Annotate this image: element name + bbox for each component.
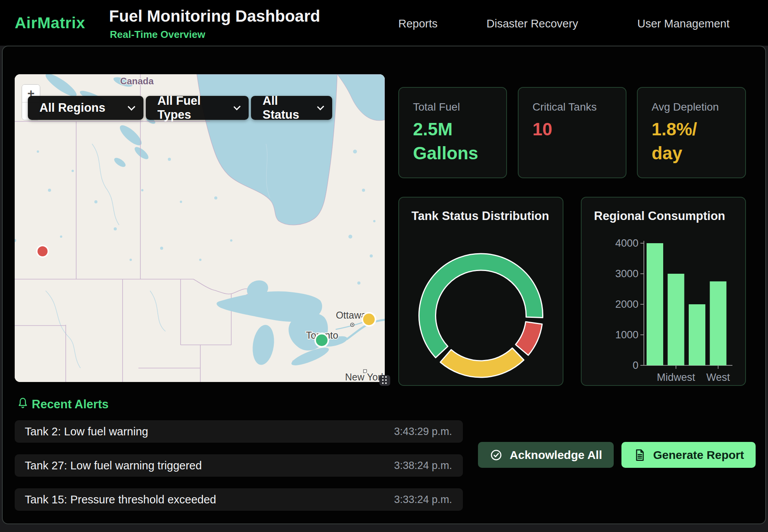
check-circle-icon — [490, 448, 503, 462]
map-label-new-york: New York — [345, 372, 385, 382]
fuel-monitoring-dashboard: AirMatrix Fuel Monitoring Dashboard Real… — [0, 0, 768, 532]
alerts-section-title: Recent Alerts — [32, 397, 109, 411]
alert-row: Tank 2: Low fuel warning 3:43:29 p.m. — [15, 420, 463, 443]
brand-logo[interactable]: AirMatrix — [15, 14, 85, 32]
svg-text:2000: 2000 — [615, 298, 638, 310]
map-resize-handle[interactable] — [379, 375, 390, 386]
nav-user-management[interactable]: User Management — [637, 17, 730, 30]
stat-value: 10 — [532, 117, 552, 141]
bar-0 — [647, 243, 663, 365]
header: AirMatrix Fuel Monitoring Dashboard Real… — [0, 0, 768, 46]
alert-timestamp: 3:38:24 p.m. — [394, 460, 452, 472]
page-title: Fuel Monitoring Dashboard — [109, 7, 320, 26]
svg-text:4000: 4000 — [615, 237, 638, 249]
generate-report-label: Generate Report — [653, 448, 744, 462]
donut-segment-warning — [440, 348, 524, 377]
bar-1 — [668, 274, 684, 365]
map-label-country: Canada — [120, 76, 154, 86]
alert-row: Tank 15: Pressure threshold exceeded 3:3… — [15, 488, 463, 511]
regional-consumption-chart-card: Regional Consumption 01000200030004000Mi… — [581, 197, 746, 386]
regional-consumption-bar-chart: 01000200030004000MidwestWest — [582, 198, 745, 385]
svg-text:1000: 1000 — [615, 329, 638, 341]
status-filter-dropdown[interactable]: All Status — [251, 96, 332, 120]
map-marker-normal[interactable] — [314, 333, 329, 348]
map-marker-critical[interactable] — [36, 245, 49, 258]
stat-card-total-fuel: Total Fuel 2.5MGallons — [398, 87, 507, 178]
region-filter-dropdown[interactable]: All Regions — [28, 96, 143, 120]
chevron-down-icon — [234, 103, 241, 111]
alert-text: Tank 15: Pressure threshold exceeded — [25, 493, 216, 506]
page-subtitle: Real-Time Overview — [110, 29, 205, 41]
bar-2 — [689, 304, 705, 365]
fuel-type-filter-dropdown[interactable]: All Fuel Types — [146, 96, 249, 120]
acknowledge-all-label: Acknowledge All — [510, 448, 602, 462]
fuel-map[interactable]: Canada Ottawa Toronto New York + All Reg… — [15, 74, 385, 382]
stat-label: Critical Tanks — [532, 101, 597, 113]
stat-label: Avg Depletion — [652, 101, 719, 113]
tank-status-chart-card: Tank Status Distribution — [398, 197, 563, 386]
svg-text:3000: 3000 — [615, 268, 638, 280]
chevron-down-icon — [128, 103, 135, 111]
chart-title: Tank Status Distribution — [411, 209, 549, 223]
document-icon — [633, 448, 646, 462]
alert-timestamp: 3:33:24 p.m. — [394, 494, 452, 506]
stat-card-avg-depletion: Avg Depletion 1.8%/day — [637, 87, 746, 178]
svg-text:0: 0 — [633, 360, 638, 371]
stat-label: Total Fuel — [413, 101, 460, 113]
acknowledge-all-button[interactable]: Acknowledge All — [478, 442, 614, 468]
stat-value: 1.8%/day — [652, 117, 697, 165]
stat-value: 2.5MGallons — [413, 117, 478, 165]
chevron-down-icon — [317, 103, 324, 110]
nav-disaster-recovery[interactable]: Disaster Recovery — [486, 17, 578, 30]
map-town-dot-ottawa-core — [352, 324, 353, 325]
svg-text:Midwest: Midwest — [657, 372, 695, 383]
alert-text: Tank 27: Low fuel warning triggered — [25, 459, 202, 472]
region-filter-value: All Regions — [39, 101, 106, 115]
stat-card-critical-tanks: Critical Tanks 10 — [518, 87, 626, 178]
chart-title: Regional Consumption — [594, 209, 725, 223]
fuel-type-filter-value: All Fuel Types — [157, 94, 225, 122]
bar-3 — [710, 281, 727, 365]
svg-text:West: West — [706, 372, 730, 383]
map-marker-warning[interactable] — [362, 312, 376, 327]
generate-report-button[interactable]: Generate Report — [621, 442, 756, 468]
alert-timestamp: 3:43:29 p.m. — [394, 426, 452, 438]
donut-segment-critical — [515, 322, 542, 355]
alert-row: Tank 27: Low fuel warning triggered 3:38… — [15, 454, 463, 477]
bell-icon — [16, 397, 29, 410]
tank-status-donut-chart — [399, 198, 563, 385]
nav-reports[interactable]: Reports — [398, 17, 438, 30]
status-filter-value: All Status — [263, 94, 308, 122]
alert-text: Tank 2: Low fuel warning — [25, 425, 148, 438]
